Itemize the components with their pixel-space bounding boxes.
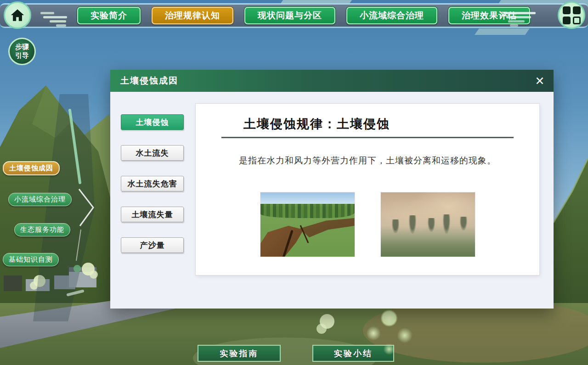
top-navigation-bar: 实验简介 治理规律认知 现状问题与分区 小流域综合治理 治理效果评估 [0,3,588,28]
photo-bush [409,215,416,234]
step-guide-button[interactable]: 步骤 引导 [8,38,36,65]
sidenav-basic-knowledge-quiz[interactable]: 基础知识自测 [3,253,59,266]
menu-lines-right-icon[interactable] [504,12,546,27]
tab-watershed-governance[interactable]: 小流域综合治理 [346,7,437,24]
photo-bush [443,214,450,234]
wind-erosion-photo [381,192,475,257]
water-erosion-photo [260,192,355,257]
home-button[interactable] [4,1,31,29]
dialog-title: 土壤侵蚀成因 [110,75,178,87]
main-tabs: 实验简介 治理规律认知 现状问题与分区 小流域综合治理 治理效果评估 [77,7,530,24]
photo-bush [460,217,467,230]
apps-grid-button[interactable] [558,1,585,29]
soil-erosion-dialog: 土壤侵蚀成因 ✕ 土壤侵蚀 水土流失 水土流失危害 土壤流失量 产沙量 土壤侵蚀… [110,70,554,309]
sidenav-soil-erosion-causes[interactable]: 土壤侵蚀成因 [3,161,60,175]
close-icon[interactable]: ✕ [531,73,548,89]
dialog-header: 土壤侵蚀成因 ✕ [110,70,554,92]
sidenav-watershed-governance[interactable]: 小流域综合治理 [8,193,72,206]
grid-icon [563,6,581,24]
dialog-nav-soil-erosion[interactable]: 土壤侵蚀 [121,114,184,130]
app-window: 实验简介 治理规律认知 现状问题与分区 小流域综合治理 治理效果评估 步骤 引导… [0,0,588,365]
step-guide-line1: 步骤 [15,43,29,51]
dialog-nav-loss-hazards[interactable]: 水土流失危害 [121,176,184,191]
dialog-nav-soil-loss-amount[interactable]: 土壤流失量 [121,207,184,222]
tab-experiment-intro[interactable]: 实验简介 [77,7,141,24]
menu-lines-left-icon[interactable] [40,12,76,27]
dialog-nav-sediment-yield[interactable]: 产沙量 [121,237,184,253]
content-paragraph: 是指在水力和风力等外营力作用下，土壤被分离和运移的现象。 [209,155,526,167]
tab-governance-rules[interactable]: 治理规律认知 [152,7,233,24]
dialog-left-nav: 土壤侵蚀 水土流失 水土流失危害 土壤流失量 产沙量 [121,114,184,268]
tab-current-problems[interactable]: 现状问题与分区 [244,7,335,24]
experiment-guide-button[interactable]: 实验指南 [198,345,281,362]
home-icon [10,7,25,23]
photo-bush [428,218,435,232]
topbar-deco [475,28,530,35]
content-heading: 土壤侵蚀规律：土壤侵蚀 [243,116,514,132]
photo-bush [392,219,399,233]
photo-row [196,192,539,257]
dialog-content-card: 土壤侵蚀规律：土壤侵蚀 是指在水力和风力等外营力作用下，土壤被分离和运移的现象。 [195,103,540,275]
experiment-summary-button[interactable]: 实验小结 [312,345,394,362]
step-guide-line2: 引导 [15,51,29,60]
heading-rule [221,137,514,138]
sidenav-ecosystem-services[interactable]: 生态服务功能 [14,223,70,236]
dialog-nav-soil-water-loss[interactable]: 水土流失 [121,145,184,161]
photo-tree-band [260,204,355,218]
